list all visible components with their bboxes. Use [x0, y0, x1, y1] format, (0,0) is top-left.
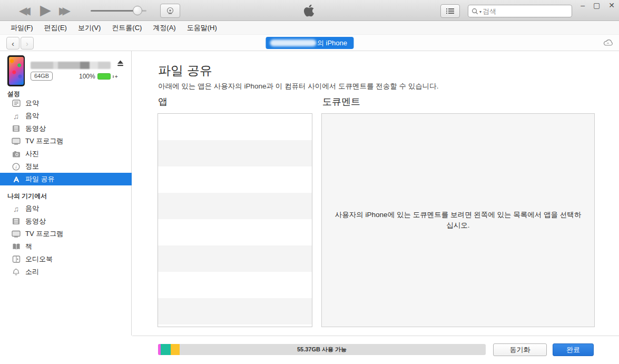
- apple-logo-icon: [303, 4, 315, 19]
- sidebar-item-tones[interactable]: 소리: [0, 265, 132, 278]
- redacted-device-name: [31, 62, 111, 69]
- documents-panel: 사용자의 iPhone에 있는 도큐멘트를 보려면 왼쪽에 있는 목록에서 앱을…: [321, 113, 595, 327]
- sidebar-item-label: TV 프로그램: [25, 229, 63, 239]
- sidebar-item-label: 사진: [25, 149, 39, 159]
- music-icon: ♫: [12, 204, 21, 213]
- apps-column-header: 앱: [158, 95, 168, 108]
- apps-list[interactable]: [158, 113, 312, 327]
- sidebar-item-audiobooks[interactable]: 오디오북: [0, 253, 132, 265]
- menu-bar: 파일(F) 편집(E) 보기(V) 컨트롤(C) 계정(A) 도움말(H): [0, 22, 619, 35]
- rewind-button[interactable]: ◀◀: [19, 4, 26, 17]
- info-icon: i: [12, 162, 21, 171]
- audiobooks-icon: [12, 255, 21, 264]
- sidebar-item-label: 정보: [25, 162, 39, 171]
- storage-usage-bar: 55.37GB 사용 가능: [158, 344, 486, 355]
- eject-icon[interactable]: [116, 60, 124, 69]
- sidebar-item-label: 음악: [25, 111, 39, 121]
- sidebar-item-label: 오디오북: [25, 254, 53, 264]
- volume-slider-knob[interactable]: [133, 6, 142, 15]
- movies-icon: [12, 217, 21, 226]
- airplay-icon: [165, 7, 175, 15]
- sync-button[interactable]: 동기화: [493, 343, 547, 356]
- battery-charging-indicator: +: [115, 74, 118, 80]
- itunes-window: ◀◀ ▶ ▶▶: [0, 0, 619, 364]
- sidebar-item-tv-shows[interactable]: TV 프로그램: [0, 135, 132, 147]
- device-selector-pill[interactable]: 의 iPhone: [266, 37, 353, 49]
- sidebar-item-label: 책: [25, 242, 32, 251]
- sidebar-item-file-sharing[interactable]: 파일 공유: [0, 173, 132, 185]
- play-button[interactable]: ▶: [40, 2, 51, 18]
- documents-column-header: 도큐멘트: [322, 95, 360, 108]
- done-button[interactable]: 완료: [553, 343, 594, 356]
- sidebar-item-label: 음악: [25, 204, 39, 213]
- menu-controls[interactable]: 컨트롤(C): [106, 22, 147, 34]
- svg-text:i: i: [15, 164, 17, 170]
- sidebar-item-label: 소리: [25, 267, 39, 277]
- battery-percent-label: 100%: [79, 73, 95, 80]
- cloud-status-icon: [603, 38, 614, 48]
- battery-icon: [97, 73, 111, 80]
- sidebar-item-movies-device[interactable]: 동영상: [0, 215, 132, 228]
- menu-file[interactable]: 파일(F): [5, 22, 38, 34]
- summary-icon: [12, 99, 21, 108]
- photos-icon: [12, 150, 21, 159]
- bell-icon: [12, 268, 21, 277]
- battery-status: 100% +: [79, 73, 118, 80]
- sidebar-item-label: TV 프로그램: [25, 136, 63, 146]
- window-controls: – ▢ ✕: [581, 1, 615, 9]
- sidebar-item-photos[interactable]: 사진: [0, 147, 132, 160]
- sidebar-section-on-my-device: 나의 기기에서: [7, 192, 47, 201]
- search-field-container[interactable]: ▾: [468, 5, 572, 17]
- airplay-button[interactable]: [160, 4, 180, 18]
- documents-empty-message: 사용자의 iPhone에 있는 도큐멘트를 보려면 왼쪽에 있는 목록에서 앱을…: [332, 210, 585, 231]
- device-pill-label: 의 iPhone: [317, 38, 347, 48]
- list-view-icon: [446, 8, 454, 14]
- footer-bar: 55.37GB 사용 가능 동기화 완료: [132, 336, 619, 364]
- navigation-header: ‹ › 의 iPhone: [0, 35, 619, 51]
- sidebar-item-movies[interactable]: 동영상: [0, 122, 132, 135]
- sidebar-item-label: 동영상: [25, 124, 46, 133]
- sidebar: 64GB 100% + 설정 요약 ♫ 음악 동영상: [0, 51, 132, 336]
- sidebar-item-tv-shows-device[interactable]: TV 프로그램: [0, 228, 132, 240]
- search-icon: [471, 8, 478, 15]
- device-thumbnail[interactable]: [7, 55, 25, 86]
- battery-nub: [113, 75, 114, 78]
- redacted-device-name: [270, 40, 316, 46]
- sidebar-item-info[interactable]: i 정보: [0, 160, 132, 173]
- playback-toolbar: ◀◀ ▶ ▶▶: [0, 0, 619, 21]
- sidebar-item-music-device[interactable]: ♫ 음악: [0, 202, 132, 215]
- movies-icon: [12, 124, 21, 133]
- page-description: 아래에 있는 앱은 사용자의 iPhone과 이 컴퓨터 사이에서 도큐멘트를 …: [158, 82, 439, 91]
- sidebar-item-label: 파일 공유: [25, 174, 55, 184]
- sidebar-item-books[interactable]: 책: [0, 240, 132, 253]
- device-capacity-badge: 64GB: [31, 72, 53, 81]
- music-icon: ♫: [12, 112, 21, 121]
- sidebar-item-summary[interactable]: 요약: [0, 97, 132, 110]
- sidebar-item-music[interactable]: ♫ 음악: [0, 110, 132, 122]
- page-title: 파일 공유: [158, 62, 212, 79]
- back-button[interactable]: ‹: [6, 37, 19, 50]
- minimize-button[interactable]: –: [581, 1, 585, 9]
- file-sharing-icon: [12, 175, 21, 184]
- storage-available-label: 55.37GB 사용 가능: [158, 344, 486, 355]
- list-view-button[interactable]: [440, 4, 460, 18]
- sidebar-item-label: 요약: [25, 99, 39, 108]
- books-icon: [12, 242, 21, 251]
- menu-view[interactable]: 보기(V): [73, 22, 106, 34]
- close-button[interactable]: ✕: [608, 1, 615, 9]
- tv-icon: [12, 137, 21, 146]
- device-thumbnail-screen: [9, 57, 24, 85]
- search-options-chevron-icon[interactable]: ▾: [479, 9, 482, 14]
- tv-icon: [12, 230, 21, 239]
- menu-help[interactable]: 도움말(H): [182, 22, 222, 34]
- file-sharing-pane: 파일 공유 아래에 있는 앱은 사용자의 iPhone과 이 컴퓨터 사이에서 …: [132, 51, 619, 336]
- maximize-button[interactable]: ▢: [593, 1, 600, 9]
- menu-edit[interactable]: 편집(E): [39, 22, 72, 34]
- forward-button[interactable]: ›: [21, 37, 34, 50]
- menu-account[interactable]: 계정(A): [148, 22, 181, 34]
- fast-forward-button[interactable]: ▶▶: [59, 4, 66, 17]
- sidebar-item-label: 동영상: [25, 217, 46, 226]
- search-input[interactable]: [483, 7, 556, 15]
